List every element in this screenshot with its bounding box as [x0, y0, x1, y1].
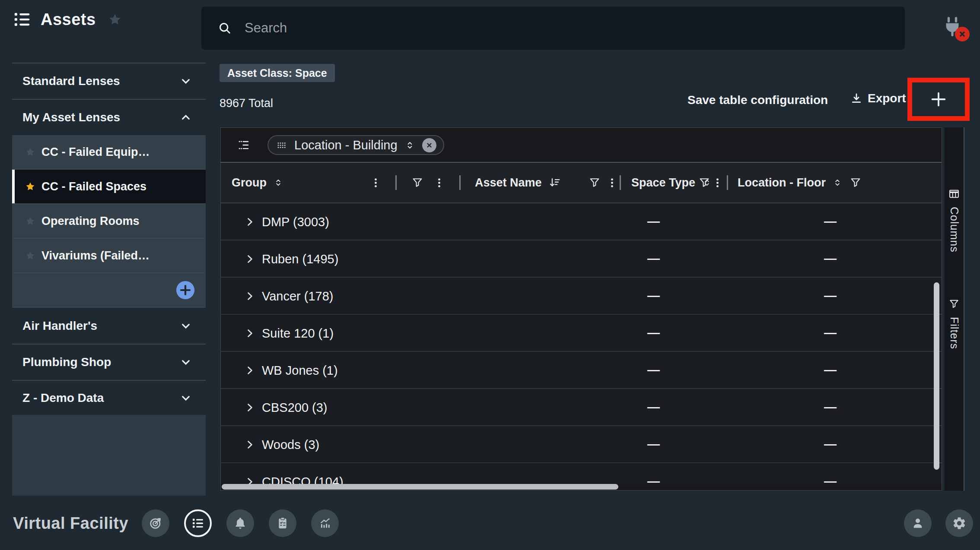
add-asset-button-highlighted[interactable]: [907, 78, 970, 121]
lens-item-cc-failed-spaces[interactable]: CC - Failed Spaces: [12, 170, 206, 204]
sort-direction-icon[interactable]: [404, 139, 416, 151]
group-filter-menu-button[interactable]: [433, 163, 445, 202]
section-label: My Asset Lenses: [22, 111, 120, 124]
lens-item-cc-failed-equipment[interactable]: CC - Failed Equip…: [12, 135, 206, 170]
column-divider: [395, 175, 397, 190]
column-label: Asset Name: [475, 176, 542, 190]
expand-chevron-icon[interactable]: [244, 290, 256, 302]
table-row[interactable]: Vancer (178) — —: [221, 278, 942, 315]
person-icon: [910, 516, 925, 531]
clipboard-icon: [276, 516, 290, 530]
asset-name-menu-button[interactable]: [606, 163, 618, 202]
tab-columns[interactable]: Columns: [945, 188, 964, 253]
location-floor-cell: —: [824, 474, 837, 484]
sidebar-section-air-handlers[interactable]: Air Handler's: [12, 308, 206, 344]
lens-item-operating-rooms[interactable]: Operating Rooms: [12, 204, 206, 239]
table-side-rail: Columns Filters: [945, 127, 964, 491]
group-column-menu-button[interactable]: [370, 163, 382, 202]
expand-chevron-icon[interactable]: [244, 364, 256, 376]
group-tree-icon[interactable]: [237, 139, 250, 152]
location-floor-cell: —: [824, 400, 837, 414]
group-cell: CDISCO (104): [262, 475, 344, 484]
horizontal-scrollbar-track[interactable]: [221, 484, 942, 490]
expand-chevron-icon[interactable]: [244, 439, 256, 451]
space-type-cell: —: [647, 437, 660, 452]
remove-group-button[interactable]: [422, 138, 436, 152]
sidebar-section-standard-lenses[interactable]: Standard Lenses: [12, 63, 206, 99]
lens-list: CC - Failed Equip… CC - Failed Spaces Op…: [12, 135, 206, 307]
space-type-filter-button[interactable]: [698, 163, 711, 202]
drag-handle-icon[interactable]: [276, 139, 288, 151]
space-type-menu-button[interactable]: [712, 163, 723, 202]
search-icon: [217, 20, 232, 36]
location-floor-cell: —: [824, 289, 837, 303]
location-floor-cell: —: [824, 326, 837, 340]
group-by-pill[interactable]: Location - Building: [267, 135, 444, 155]
bell-icon: [233, 516, 247, 530]
add-lens-button[interactable]: [175, 280, 195, 300]
sidebar-section-z-demo-data[interactable]: Z - Demo Data: [12, 381, 206, 415]
nav-tasks-button[interactable]: [269, 509, 296, 537]
app-window: Assets: [0, 0, 980, 550]
group-by-pill-label: Location - Building: [294, 138, 398, 152]
nav-insights-button[interactable]: [311, 509, 339, 537]
column-header-group[interactable]: Group: [232, 163, 284, 202]
sort-descending-icon[interactable]: [548, 176, 561, 189]
filter-funnel-icon[interactable]: [849, 176, 862, 189]
column-header-asset-name[interactable]: Asset Name: [475, 163, 561, 202]
sidebar-section-my-asset-lenses[interactable]: My Asset Lenses: [12, 100, 206, 135]
save-table-configuration-button[interactable]: Save table configuration: [687, 93, 828, 107]
asset-name-filter-button[interactable]: [588, 163, 601, 202]
search-bar[interactable]: [201, 6, 905, 50]
search-input[interactable]: [245, 20, 850, 36]
column-header-location-floor[interactable]: Location - Floor: [738, 163, 862, 202]
table-row[interactable]: Suite 120 (1) — —: [221, 315, 942, 352]
table-header-row: Group Asset Name: [221, 163, 942, 203]
connection-status-button[interactable]: [933, 8, 972, 47]
filter-funnel-icon: [948, 298, 960, 310]
table-row[interactable]: Ruben (1495) — —: [221, 240, 942, 278]
expand-chevron-icon[interactable]: [244, 253, 256, 265]
location-floor-cell: —: [824, 215, 837, 229]
chevron-down-icon: [179, 319, 193, 333]
column-divider: [727, 175, 728, 190]
sort-unfold-icon[interactable]: [832, 177, 843, 188]
list-icon: [12, 9, 32, 29]
lens-item-vivariums[interactable]: Vivariums (Failed…: [12, 239, 206, 273]
expand-chevron-icon[interactable]: [244, 327, 256, 339]
table-row[interactable]: Woods (3) — —: [221, 426, 942, 463]
group-cell: Woods (3): [262, 438, 319, 452]
horizontal-scrollbar-thumb[interactable]: [222, 484, 618, 490]
location-floor-cell: —: [824, 363, 837, 377]
nav-goals-button[interactable]: [142, 509, 169, 537]
table-row[interactable]: DMP (3003) — —: [221, 203, 942, 240]
nav-assets-button-active[interactable]: [184, 509, 212, 537]
section-label: Air Handler's: [22, 319, 97, 333]
lens-add-row: [12, 273, 206, 307]
settings-button[interactable]: [945, 509, 973, 537]
expand-chevron-icon[interactable]: [244, 476, 256, 484]
vertical-scrollbar[interactable]: [934, 282, 939, 470]
user-profile-button[interactable]: [904, 509, 932, 537]
group-filter-button[interactable]: [411, 163, 424, 202]
table-row[interactable]: CDISCO (104) — —: [221, 463, 942, 484]
plus-icon: [929, 89, 948, 109]
expand-chevron-icon[interactable]: [244, 216, 256, 228]
sidebar: Standard Lenses My Asset Lenses CC - Fai…: [12, 63, 206, 496]
sort-unfold-icon[interactable]: [273, 177, 284, 188]
space-type-cell: —: [647, 400, 660, 414]
table-row[interactable]: CBS200 (3) — —: [221, 389, 942, 426]
favorite-star-icon[interactable]: [108, 13, 122, 26]
chart-trend-icon: [318, 516, 332, 530]
export-button[interactable]: Export: [850, 92, 906, 105]
column-divider: [459, 175, 461, 190]
sidebar-section-plumbing-shop[interactable]: Plumbing Shop: [12, 345, 206, 380]
table-row[interactable]: WB Jones (1) — —: [221, 352, 942, 389]
space-type-cell: —: [647, 474, 660, 484]
asset-class-filter-chip[interactable]: Asset Class: Space: [220, 64, 335, 82]
group-cell: Ruben (1495): [262, 252, 338, 266]
tab-filters[interactable]: Filters: [945, 298, 964, 349]
columns-icon: [948, 188, 960, 200]
expand-chevron-icon[interactable]: [244, 401, 256, 414]
nav-notifications-button[interactable]: [226, 509, 254, 537]
